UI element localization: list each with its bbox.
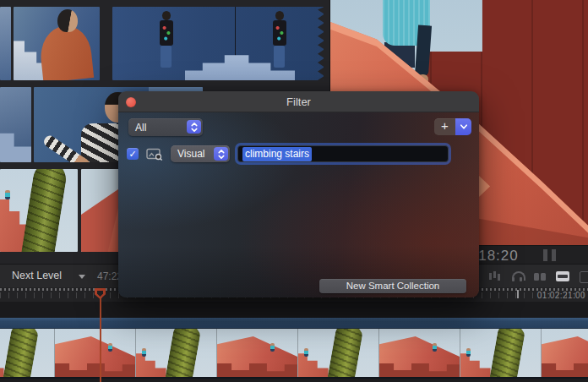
add-rule-button[interactable]: + xyxy=(434,118,455,135)
person-figure xyxy=(270,343,275,352)
add-rule-menu-button[interactable] xyxy=(455,118,471,135)
scope-popup-value: All xyxy=(135,118,146,136)
filter-dialog-body: All + ✓ Visual xyxy=(118,112,479,297)
up-down-chevrons-icon xyxy=(187,120,201,134)
clip-frame-cactus[interactable] xyxy=(136,329,217,377)
browser-clip-man-orange-shirt[interactable] xyxy=(14,7,100,80)
ruler-major-tick xyxy=(517,290,519,298)
clip-top-bar[interactable] xyxy=(0,318,588,329)
person-figure xyxy=(433,343,437,352)
rule-type-value: Visual xyxy=(177,145,204,162)
new-smart-collection-button[interactable]: New Smart Collection xyxy=(319,279,466,293)
filter-dialog-titlebar[interactable]: Filter xyxy=(118,91,479,112)
browser-clip-man-black-shirt-filmstrip[interactable] xyxy=(112,7,324,80)
clip-frame-wall[interactable] xyxy=(217,329,298,377)
overwrite-clip-icon[interactable] xyxy=(533,270,547,283)
rule-enabled-checkbox[interactable]: ✓ xyxy=(127,148,139,160)
final-cut-pro-window: 2:18:20 Next Level 47:22 01:02:21:00 All xyxy=(0,0,588,382)
timeline-clip[interactable] xyxy=(0,318,588,379)
clip-appearance-icon[interactable] xyxy=(556,270,570,283)
rule-type-popup[interactable]: Visual xyxy=(171,145,230,162)
rule-text-input[interactable]: climbing stairs xyxy=(237,145,449,162)
person-figure xyxy=(142,348,146,357)
pause-icon xyxy=(543,249,556,261)
headphones-icon[interactable] xyxy=(510,270,525,283)
audio-skim-icon[interactable] xyxy=(487,270,502,283)
timeline-toolbar-icons xyxy=(465,269,588,284)
add-rule-control: + xyxy=(434,118,471,135)
filter-dialog: All + ✓ Visual xyxy=(118,91,479,297)
up-down-chevrons-icon xyxy=(214,147,228,161)
clip-filmstrip[interactable] xyxy=(0,329,588,377)
viewer-image-person xyxy=(383,0,430,46)
person-figure xyxy=(466,348,471,357)
playhead-line[interactable] xyxy=(100,288,101,382)
thumb-art xyxy=(20,169,68,252)
thumb-art xyxy=(160,20,173,46)
clip-frame-wall[interactable] xyxy=(55,329,136,377)
timeline-track-gap xyxy=(0,302,588,318)
thumb-art xyxy=(38,24,94,80)
filter-dialog-title: Filter xyxy=(118,91,479,112)
browser-clip-cactus-red-stairs[interactable] xyxy=(0,169,78,252)
thumb-art xyxy=(273,20,286,46)
rule-text-selection: climbing stairs xyxy=(242,147,312,161)
clip-frame-cactus[interactable] xyxy=(460,329,542,377)
filter-rule-row: ✓ Visual climbing stairs xyxy=(127,145,469,163)
browser-clip-stairs-partial-2[interactable] xyxy=(0,87,31,162)
clip-frame-cactus[interactable] xyxy=(298,329,379,377)
chevron-down-icon xyxy=(79,275,85,279)
clip-frame-wall[interactable] xyxy=(542,329,588,377)
image-search-icon xyxy=(146,148,163,161)
project-name-popup[interactable]: Next Level xyxy=(12,270,62,281)
scope-popup[interactable]: All xyxy=(128,118,203,136)
thumb-art xyxy=(57,9,78,32)
ruler-timecode: 01:02:21:00 xyxy=(537,291,585,300)
chevron-down-icon xyxy=(460,123,468,130)
timeline-index-icon[interactable] xyxy=(579,270,588,283)
clip-frame-cactus[interactable] xyxy=(0,329,55,377)
thumb-art xyxy=(5,190,10,199)
person-figure xyxy=(108,343,112,352)
thumb-art xyxy=(0,121,31,162)
browser-clip-stairs-partial[interactable] xyxy=(0,7,11,80)
person-figure xyxy=(304,348,308,357)
clip-frame-wall[interactable] xyxy=(379,329,460,377)
